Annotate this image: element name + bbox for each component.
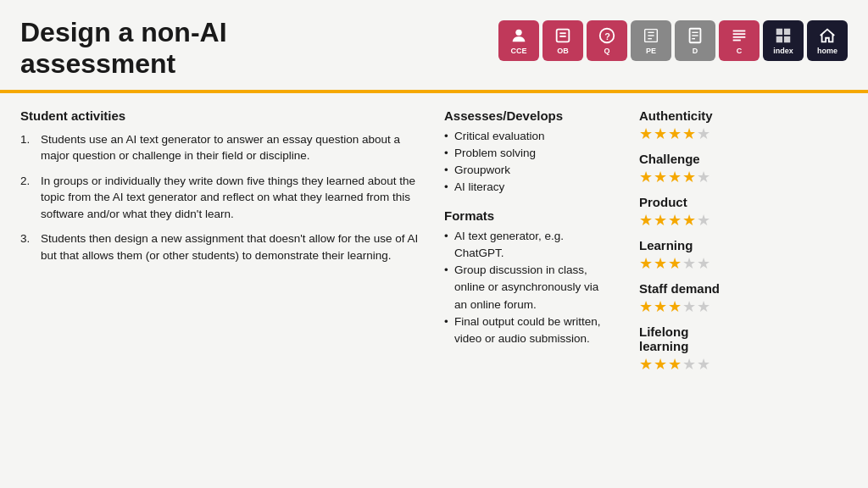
rating-label: Challenge xyxy=(639,152,848,166)
nav-d-button[interactable]: D xyxy=(675,20,715,61)
svg-rect-18 xyxy=(776,29,782,35)
nav-icons: CCE OB ? Q PE D C index xyxy=(498,17,848,61)
list-item: Students use an AI text generator to ans… xyxy=(20,131,419,164)
nav-home-button[interactable]: home xyxy=(807,20,848,61)
svg-text:?: ? xyxy=(604,31,610,42)
activity-text-1: Students use an AI text generator to ans… xyxy=(41,131,419,164)
ratings-column: Authenticity ★★★★★ Challenge ★★★★★ Produ… xyxy=(631,108,848,480)
list-item: Students then design a new assignment th… xyxy=(20,230,419,263)
page-title: Design a non-AI assessment xyxy=(20,17,227,80)
activities-title: Student activities xyxy=(20,108,419,123)
assesses-title: Assesses/Develops xyxy=(444,108,614,123)
activity-list: Students use an AI text generator to ans… xyxy=(20,131,419,264)
rating-label: Product xyxy=(639,195,848,209)
rating-stars: ★★★★★ xyxy=(639,125,848,143)
rating-staff-demand: Staff demand ★★★★★ xyxy=(639,281,848,316)
rating-stars: ★★★★★ xyxy=(639,254,848,273)
nav-c-button[interactable]: C xyxy=(719,20,760,61)
list-item: In groups or individually they write dow… xyxy=(20,173,419,223)
nav-home-label: home xyxy=(817,47,837,55)
svg-rect-19 xyxy=(784,29,790,35)
list-item: Group discussion in class, online or asy… xyxy=(444,262,614,313)
nav-ob-label: OB xyxy=(557,47,569,55)
nav-q-label: Q xyxy=(604,47,609,55)
nav-d-label: D xyxy=(693,47,698,55)
list-item: AI text generator, e.g. ChatGPT. xyxy=(444,228,614,263)
rating-authenticity: Authenticity ★★★★★ xyxy=(639,108,848,143)
list-item: Groupwork xyxy=(444,162,614,179)
nav-cce-label: CCE xyxy=(510,47,526,55)
activity-text-3: Students then design a new assignment th… xyxy=(41,230,419,263)
main-content: Student activities Students use an AI te… xyxy=(0,93,868,480)
rating-stars: ★★★★★ xyxy=(639,168,848,186)
list-item: Critical evaluation xyxy=(444,128,614,145)
list-item: Final output could be written, video or … xyxy=(444,313,614,348)
nav-index-button[interactable]: index xyxy=(763,20,804,61)
svg-rect-20 xyxy=(776,36,782,42)
rating-label: Staff demand xyxy=(639,281,848,296)
nav-cce-button[interactable]: CCE xyxy=(498,20,539,61)
nav-c-label: C xyxy=(737,47,743,55)
rating-label: Lifelonglearning xyxy=(639,324,848,353)
middle-column: Assesses/Develops Critical evaluation Pr… xyxy=(444,108,631,480)
activities-column: Student activities Students use an AI te… xyxy=(20,108,444,480)
header: Design a non-AI assessment CCE OB ? Q PE… xyxy=(0,0,868,80)
list-item: Problem solving xyxy=(444,145,614,162)
nav-pe-button[interactable]: PE xyxy=(631,20,671,61)
rating-product: Product ★★★★★ xyxy=(639,195,848,230)
rating-challenge: Challenge ★★★★★ xyxy=(639,152,848,186)
activity-text-2: In groups or individually they write dow… xyxy=(41,173,419,223)
list-item: AI literacy xyxy=(444,179,614,196)
svg-rect-21 xyxy=(784,36,790,42)
nav-pe-label: PE xyxy=(646,47,656,55)
rating-label: Authenticity xyxy=(639,108,848,123)
nav-ob-button[interactable]: OB xyxy=(542,20,583,61)
assesses-list: Critical evaluation Problem solving Grou… xyxy=(444,128,614,197)
nav-index-label: index xyxy=(773,47,793,55)
rating-lifelong-learning: Lifelonglearning ★★★★★ xyxy=(639,324,848,374)
rating-stars: ★★★★★ xyxy=(639,211,848,230)
formats-list: AI text generator, e.g. ChatGPT. Group d… xyxy=(444,228,614,348)
rating-learning: Learning ★★★★★ xyxy=(639,238,848,273)
nav-q-button[interactable]: ? Q xyxy=(587,20,627,61)
formats-title: Formats xyxy=(444,208,614,223)
rating-stars: ★★★★★ xyxy=(639,297,848,316)
rating-stars: ★★★★★ xyxy=(639,355,848,374)
svg-point-0 xyxy=(515,30,521,36)
rating-label: Learning xyxy=(639,238,848,252)
